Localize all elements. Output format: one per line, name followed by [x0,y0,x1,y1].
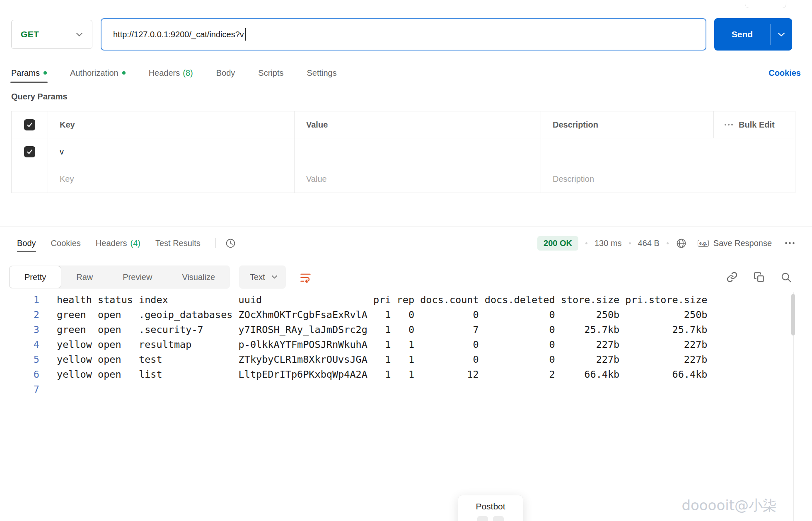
column-header-key: Key [48,111,295,138]
bulk-edit-button[interactable]: Bulk Edit [739,120,775,130]
copy-link-icon[interactable] [726,271,738,283]
format-label: Text [250,273,265,282]
network-globe-icon[interactable] [676,238,687,249]
response-tab-body[interactable]: Body [17,235,36,251]
tab-headers-count: (8) [183,68,193,78]
line-text [39,382,57,397]
top-right-partial-button[interactable] [745,0,786,8]
line-number: 2 [0,307,39,322]
table-row: v [12,138,795,165]
method-select[interactable]: GET [11,20,92,49]
view-tab-preview[interactable]: Preview [108,265,167,289]
postman-app: { "colors": { "send_button_blue": "#0265… [0,0,812,521]
table-options-icon[interactable] [724,123,734,127]
response-history-icon[interactable] [225,238,236,249]
tab-headers-label: Headers [149,68,180,78]
scrollbar-thumb[interactable] [791,294,795,335]
wrap-lines-icon[interactable] [299,271,312,284]
line-text: yellow open test ZTkybyCLR1m8XkrOUvsJGA … [39,352,707,367]
view-tab-visualize[interactable]: Visualize [167,265,230,289]
tab-authorization-label: Authorization [70,68,118,78]
tab-body[interactable]: Body [216,66,235,80]
new-param-value-input[interactable]: Value [295,165,541,193]
url-input[interactable]: http://127.0.0.1:9200/_cat/indices?v [101,18,706,51]
select-all-checkbox[interactable] [24,119,35,130]
code-line: 7 [0,382,812,397]
new-param-key-input[interactable]: Key [48,165,295,193]
vertical-divider [215,238,216,248]
new-param-description-input[interactable]: Description [541,165,795,193]
format-select[interactable]: Text [239,265,286,289]
response-tab-cookies-label: Cookies [51,239,81,248]
search-icon[interactable] [781,272,792,283]
watermark-text: dooooit@小柒 [682,496,777,515]
param-value-cell[interactable] [295,138,541,165]
save-response-button[interactable]: e.g. Save Response [698,239,772,248]
line-number: 5 [0,352,39,367]
tab-scripts[interactable]: Scripts [258,66,283,80]
send-button[interactable]: Send [714,18,770,51]
cookies-link[interactable]: Cookies [768,68,801,78]
send-split-button: Send [714,18,792,51]
query-params-title: Query Params [11,92,68,101]
code-line: 5yellow open test ZTkybyCLR1m8XkrOUvsJGA… [0,352,812,367]
save-example-icon: e.g. [698,240,709,247]
response-view-toolbar: Pretty Raw Preview Visualize Text [9,265,312,289]
param-key-cell[interactable]: v [48,138,295,165]
line-number: 4 [0,337,39,352]
row-checkbox-cell [12,138,48,165]
tab-settings-label: Settings [307,68,336,78]
column-header-value: Value [295,111,541,138]
response-tab-headers[interactable]: Headers (4) [96,235,140,251]
postbot-partial-icon [477,516,488,521]
chevron-down-icon [76,32,83,37]
postbot-icons [477,516,504,521]
table-row-new: Key Value Description [12,165,795,193]
response-tab-test-results[interactable]: Test Results [155,235,201,251]
tab-authorization[interactable]: Authorization [70,66,126,80]
tab-settings[interactable]: Settings [307,66,336,80]
response-code: 1health status index uuid pri rep docs.c… [0,292,812,397]
separator-dot [629,242,631,244]
line-text: green open .geoip_databases ZOcXhmOKTrCg… [39,307,707,322]
method-label: GET [21,29,39,39]
view-tab-raw[interactable]: Raw [61,265,108,289]
chevron-down-icon [778,32,785,37]
line-number: 7 [0,382,39,397]
bulk-edit-cell: Bulk Edit [714,111,795,138]
postbot-label: Postbot [476,502,505,511]
line-text: yellow open resultmap p-0lkkAYTFmPOSJRnW… [39,337,707,352]
row-checkbox-cell [12,165,48,193]
chevron-down-icon [271,275,278,279]
response-splitter[interactable] [0,226,812,227]
tab-body-label: Body [216,68,235,78]
response-tab-body-label: Body [17,239,36,248]
response-tab-headers-label: Headers [96,239,127,248]
send-options-button[interactable] [771,18,792,51]
response-more-options-icon[interactable] [784,241,795,245]
line-text: yellow open list LltpEDrITp6PKxbqWp4A2A … [39,367,707,382]
save-response-label: Save Response [713,239,772,248]
code-line: 2green open .geoip_databases ZOcXhmOKTrC… [0,307,812,322]
authorization-active-dot [122,71,126,75]
postbot-button[interactable]: Postbot [458,495,523,521]
param-description-cell[interactable] [541,138,795,165]
tab-params[interactable]: Params [11,66,47,80]
response-tab-cookies[interactable]: Cookies [51,235,81,251]
code-line: 1health status index uuid pri rep docs.c… [0,292,812,307]
copy-icon[interactable] [754,272,765,283]
row-checkbox[interactable] [24,146,35,157]
tab-headers[interactable]: Headers (8) [149,66,193,80]
line-text: green open .security-7 y7IROSH_RAy_laJmD… [39,322,707,337]
column-header-description: Description [541,111,714,138]
separator-dot [667,242,669,244]
tab-scripts-label: Scripts [258,68,283,78]
view-mode-segmented-control: Pretty Raw Preview Visualize [9,265,230,289]
line-number: 3 [0,322,39,337]
text-cursor [245,28,246,41]
response-time: 130 ms [594,239,622,248]
response-header: Body Cookies Headers (4) Test Results 20… [17,233,795,253]
url-text: http://127.0.0.1:9200/_cat/indices?v [113,30,244,39]
view-tab-pretty[interactable]: Pretty [9,266,61,288]
params-active-dot [44,71,47,75]
